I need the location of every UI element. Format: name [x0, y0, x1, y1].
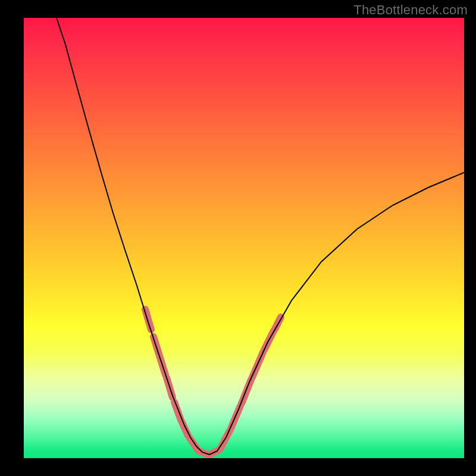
highlight-segment	[189, 437, 198, 450]
highlight-segment	[182, 422, 188, 436]
highlight-segment	[242, 380, 251, 403]
main-curve	[57, 18, 464, 455]
chart-svg	[24, 18, 464, 458]
chart-frame: TheBottleneck.com	[0, 0, 476, 476]
highlight-segment	[174, 402, 181, 420]
watermark-text: TheBottleneck.com	[353, 2, 468, 18]
highlight-layer	[145, 309, 281, 455]
plot-area	[24, 18, 464, 458]
